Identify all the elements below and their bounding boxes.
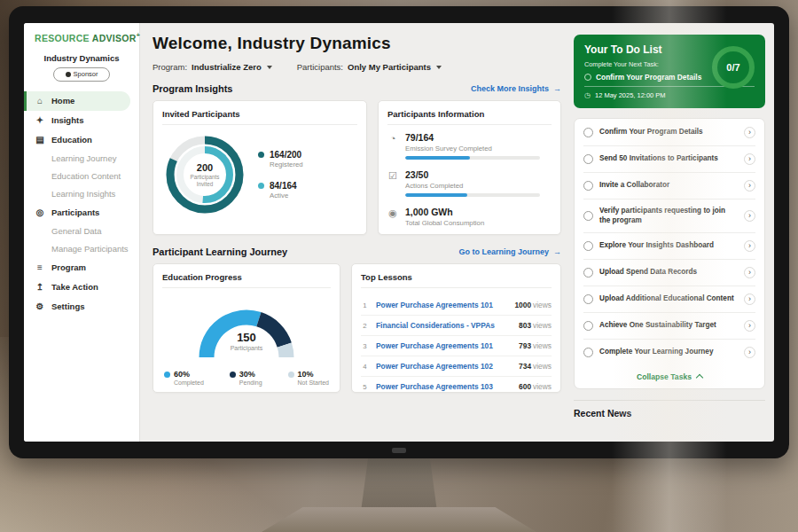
chevron-down-icon [436,66,442,72]
lesson-rank: 4 [361,363,369,371]
org-name: Industry Dynamics [24,53,139,63]
lesson-link[interactable]: Power Purchase Agreements 101 [376,301,507,309]
task-checkbox[interactable] [583,348,593,357]
collapse-tasks-button[interactable]: Collapse Tasks [583,365,755,387]
sidebar-item-education-content[interactable]: Education Content [24,168,139,185]
lesson-link[interactable]: Power Purchase Agreements 102 [376,362,512,371]
lesson-link[interactable]: Power Purchase Agreements 101 [376,341,512,350]
location-pin-icon [387,207,398,231]
donut-center-value: 200 [197,162,213,173]
sidebar-item-education[interactable]: Education [24,130,139,150]
task-item[interactable]: Confirm Your Program Details [583,120,755,146]
task-checkbox[interactable] [583,294,593,304]
sidebar-item-label: Settings [51,301,84,311]
participants-filter[interactable]: Participants: Only My Participants [297,62,442,72]
check-more-insights-link[interactable]: Check More Insights [471,84,561,93]
gauge-center-label: Participants [184,345,309,351]
legend-dot [258,183,264,189]
sidebar-item-label: Insights [51,115,83,125]
task-item[interactable]: Invite a Collaborator [583,173,755,200]
sidebar-item-insights[interactable]: Insights [24,111,139,130]
legend-label: Registered [270,160,303,168]
lesson-views: 734 [519,362,531,371]
sidebar-item-program[interactable]: Program [24,258,139,278]
go-to-learning-journey-link[interactable]: Go to Learning Journey [458,247,561,256]
legend-value: 84/164 [270,181,297,191]
collapse-tasks-label: Collapse Tasks [637,372,692,381]
task-item[interactable]: Send 50 Invitations to Participants [583,146,755,173]
legend-label: Pending [239,379,262,386]
page-title: Welcome, Industry Dynamics [153,34,561,53]
lesson-link[interactable]: Power Purchase Agreements 103 [376,382,512,391]
todo-progress-ring: 0/7 [710,44,756,90]
views-unit: views [533,362,552,371]
education-progress-card: Education Progress 150 Participants [153,263,340,393]
sidebar-item-take-action[interactable]: Take Action [24,278,139,297]
sidebar-item-settings[interactable]: Settings [24,297,139,317]
task-item[interactable]: Verify participants requesting to join t… [583,200,755,233]
views-unit: views [533,382,552,391]
program-filter[interactable]: Program: Industrialize Zero [153,62,272,72]
task-item[interactable]: Upload Spend Data Records [583,260,755,286]
lesson-row: 1 Power Purchase Agreements 101 1000view… [361,295,552,316]
chevron-right-icon[interactable] [744,127,755,138]
task-label: Achieve One Sustainability Target [599,321,738,331]
list-icon [35,262,45,272]
sidebar-item-label: Education [51,135,92,145]
task-item[interactable]: Achieve One Sustainability Target [583,313,755,340]
task-checkbox[interactable] [583,321,593,331]
top-lessons-card: Top Lessons 1 Power Purchase Agreements … [351,263,561,393]
program-filter-value: Industrialize Zero [192,62,262,72]
views-unit: views [533,341,552,350]
task-label: Verify participants requesting to join t… [599,207,738,225]
gear-icon [35,301,45,311]
chevron-right-icon[interactable] [744,267,755,278]
task-checkbox[interactable] [583,128,593,137]
task-checkbox[interactable] [583,211,593,221]
sponsor-icon [66,72,71,77]
task-item[interactable]: Complete Your Learning Journey [583,340,755,365]
chevron-right-icon[interactable] [744,293,755,305]
clock-icon [584,91,591,99]
home-icon [35,96,45,106]
info-row: 1,000 GWh Total Global Consumption [387,207,552,231]
sidebar-item-learning-insights[interactable]: Learning Insights [24,185,139,203]
chevron-right-icon[interactable] [744,180,755,192]
task-checkbox[interactable] [583,181,593,191]
info-value: 1,000 GWh [405,207,552,217]
lightbulb-icon [35,115,45,125]
chevron-down-icon [267,66,272,72]
card-title: Participants Information [387,109,552,125]
sidebar-item-label: Program [51,262,86,272]
chevron-right-icon[interactable] [744,347,755,358]
legend-item: 164/200 Registered [258,150,303,168]
checklist-icon [387,170,398,197]
task-checkbox[interactable] [583,154,593,164]
sidebar-item-participants[interactable]: Participants [24,203,139,223]
sidebar-item-manage-participants[interactable]: Manage Participants [24,240,139,258]
task-item[interactable]: Explore Your Insights Dashboard [583,233,755,260]
task-checkbox[interactable] [583,241,593,251]
recent-news-title: Recent News [574,400,765,419]
card-title: Invited Participants [162,109,357,125]
chevron-right-icon[interactable] [744,153,755,165]
sidebar-item-home[interactable]: Home [24,91,130,111]
chevron-right-icon[interactable] [744,240,755,252]
views-unit: views [533,321,552,330]
program-filter-label: Program: [153,62,187,72]
participants-information-card: Participants Information 79/164 Emission… [378,100,561,235]
monitor-logo [392,448,406,453]
chevron-right-icon[interactable] [744,320,755,332]
lesson-views: 600 [519,382,531,391]
chevron-right-icon[interactable] [744,210,755,222]
task-item[interactable]: Upload Additional Educational Content [583,286,755,313]
room-background: RESOURCE ADVISOR+ Industry Dynamics Spon… [0,0,798,532]
brand-advisor: ADVISOR [92,33,137,43]
chevron-up-icon [696,374,703,381]
sidebar-item-label: Education Content [51,171,121,181]
task-checkbox[interactable] [583,268,593,278]
lesson-link[interactable]: Financial Considerations - VPPAs [376,321,512,330]
lesson-rank: 3 [361,342,369,350]
sidebar-item-general-data[interactable]: General Data [24,223,139,240]
sidebar-item-learning-journey[interactable]: Learning Journey [24,150,139,168]
